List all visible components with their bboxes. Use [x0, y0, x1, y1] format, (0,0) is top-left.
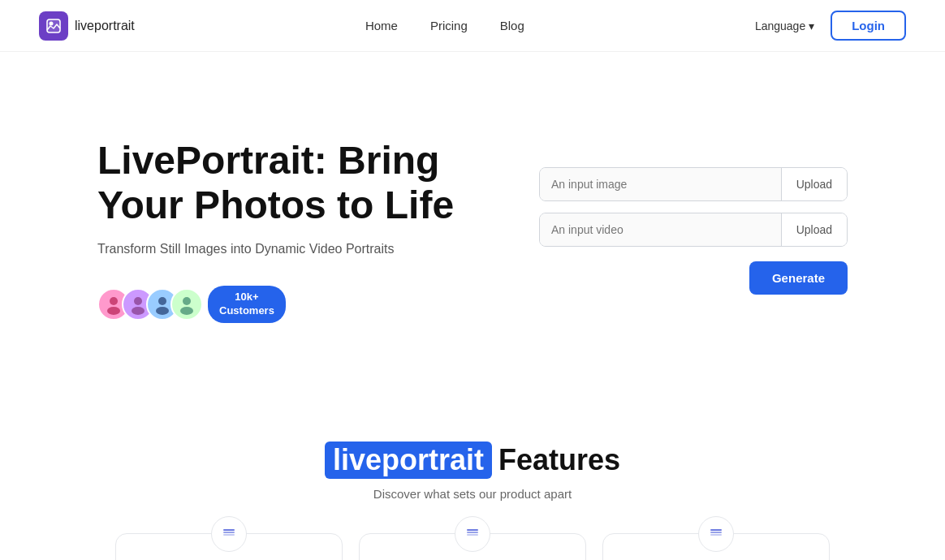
- language-button[interactable]: Language ▾: [755, 19, 814, 32]
- customers-badge: 10k+ Customers: [97, 286, 455, 323]
- video-upload-button[interactable]: Upload: [781, 213, 847, 246]
- feature-card-photo: Photo Upload: [115, 533, 343, 560]
- nav-blog[interactable]: Blog: [500, 19, 524, 32]
- avatar: [170, 288, 203, 321]
- svg-point-2: [50, 21, 54, 25]
- layers-icon: [220, 523, 238, 545]
- image-input-row: Upload: [539, 167, 848, 201]
- generate-button[interactable]: Generate: [749, 261, 848, 295]
- feature-cards: Photo Upload Video Integration: [39, 533, 906, 560]
- svg-point-6: [132, 307, 145, 315]
- hero-form: Upload Upload Generate: [539, 167, 848, 295]
- svg-rect-11: [223, 529, 235, 531]
- feature-icon-wrap-photo: [211, 516, 247, 552]
- video-input[interactable]: [540, 213, 781, 246]
- customers-label: Customers: [219, 304, 274, 318]
- svg-rect-13: [223, 534, 235, 536]
- svg-point-8: [156, 307, 169, 315]
- features-title: liveportrait Features: [39, 442, 906, 479]
- video-input-row: Upload: [539, 213, 848, 247]
- layers-icon: [707, 523, 725, 545]
- svg-rect-17: [710, 529, 722, 531]
- svg-rect-12: [223, 532, 235, 533]
- svg-rect-18: [710, 532, 722, 533]
- nav-home[interactable]: Home: [365, 19, 398, 32]
- layers-icon: [464, 523, 481, 545]
- hero-section: LivePortrait: Bring Your Photos to Life …: [0, 52, 945, 393]
- navbar: liveportrait Home Pricing Blog Language …: [0, 0, 945, 52]
- feature-card-ai: AI-Powered Generation: [602, 533, 830, 560]
- hero-subtitle: Transform Still Images into Dynamic Vide…: [97, 242, 455, 256]
- image-upload-button[interactable]: Upload: [781, 168, 847, 200]
- image-input[interactable]: [540, 168, 781, 200]
- svg-rect-19: [710, 534, 722, 536]
- avatar-group: [97, 288, 203, 321]
- chevron-down-icon: ▾: [809, 19, 814, 32]
- hero-title: LivePortrait: Bring Your Photos to Life: [97, 138, 455, 227]
- feature-card-video: Video Integration: [359, 533, 586, 560]
- svg-point-4: [107, 307, 120, 315]
- svg-point-5: [134, 297, 142, 305]
- svg-rect-14: [467, 529, 478, 531]
- features-title-plain: Features: [498, 443, 620, 477]
- nav-right: Language ▾ Login: [755, 11, 906, 41]
- login-button[interactable]: Login: [831, 11, 906, 41]
- logo[interactable]: liveportrait: [39, 11, 135, 41]
- feature-icon-wrap-video: [455, 516, 490, 552]
- svg-point-7: [158, 297, 166, 305]
- feature-icon-wrap-ai: [698, 516, 734, 552]
- logo-icon: [39, 11, 68, 41]
- svg-rect-15: [467, 532, 478, 533]
- logo-text: liveportrait: [75, 19, 135, 33]
- svg-point-10: [180, 307, 193, 315]
- nav-pricing[interactable]: Pricing: [430, 19, 468, 32]
- svg-point-3: [110, 297, 118, 305]
- hero-left: LivePortrait: Bring Your Photos to Life …: [97, 138, 455, 323]
- customers-pill: 10k+ Customers: [208, 286, 286, 323]
- nav-links: Home Pricing Blog: [365, 19, 524, 32]
- customers-count: 10k+: [219, 291, 274, 304]
- features-title-highlight: liveportrait: [325, 442, 492, 479]
- features-section: liveportrait Features Discover what sets…: [0, 393, 945, 560]
- svg-rect-16: [467, 534, 478, 536]
- features-subtitle: Discover what sets our product apart: [39, 487, 906, 501]
- svg-point-9: [183, 297, 191, 305]
